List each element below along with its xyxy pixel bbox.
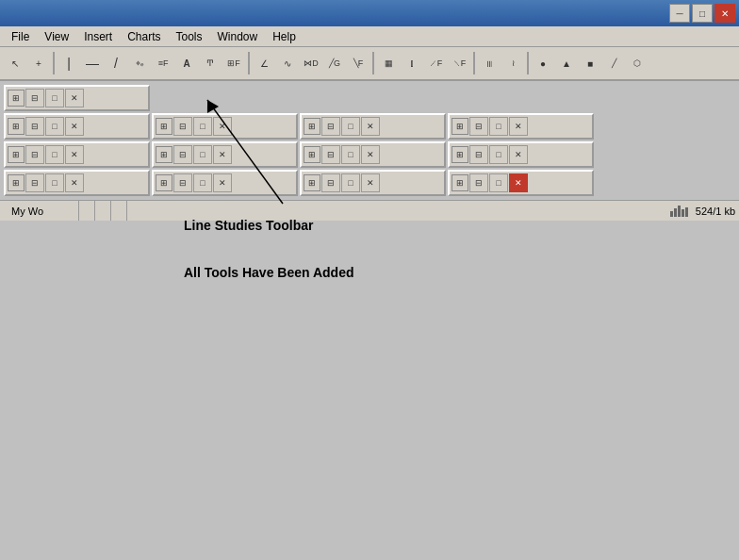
mini-win-max-4-4[interactable]: □ [489,173,508,192]
mini-win-restore-4-4[interactable]: ⊟ [469,173,488,192]
mini-win-close-2-1[interactable]: ✕ [65,117,84,136]
menu-view[interactable]: View [37,28,76,45]
wave-btn[interactable]: ∿ [276,51,299,75]
tool-fan-btn[interactable]: ╱G [323,51,346,75]
toolbar-sep-5 [527,52,529,74]
mini-win-restore-2-1[interactable]: ⊟ [25,117,44,136]
mini-win-max-3-1[interactable]: □ [45,145,64,164]
mini-win-max-2-2[interactable]: □ [193,117,212,136]
cursor-tool-btn[interactable]: ↖ [4,51,26,75]
line-studies-label: Line Studies Toolbar [184,218,313,233]
mini-win-restore-3-1[interactable]: ⊟ [25,145,44,164]
mini-win-max-4-3[interactable]: □ [341,173,360,192]
mini-win-close-3-3[interactable]: ✕ [361,145,380,164]
tool-bars-btn[interactable]: ⫼ [478,51,501,75]
trend-line-btn[interactable]: / [105,51,127,75]
title-bar-controls: ─ □ ✕ [669,4,735,23]
mini-window-row-4: ⊞ ⊟ □ ✕ ⊞ ⊟ □ ✕ ⊞ ⊟ □ ✕ ⊞ ⊟ □ ✕ [4,170,735,196]
mini-win-icon-1: ⊞ [8,90,25,107]
tool-fp-btn[interactable]: ⊞F [222,51,245,75]
tool-diag-btn[interactable]: ╱ [602,51,625,75]
mini-win-close-3-4[interactable]: ✕ [509,145,528,164]
mini-win-restore-2-4[interactable]: ⊟ [469,117,488,136]
mini-win-max-3-3[interactable]: □ [341,145,360,164]
rectangle-btn[interactable]: ■ [579,51,601,75]
menu-window[interactable]: Window [210,28,266,45]
mini-win-restore-4-3[interactable]: ⊟ [321,173,340,192]
tool-grid-btn[interactable]: ▦ [377,51,400,75]
mini-win-close-active-btn[interactable]: ✕ [509,173,528,192]
mini-window-row-1: ⊞ ⊟ □ ✕ [4,85,735,111]
horizontal-line-btn[interactable]: — [81,51,104,75]
tool-diag2-btn[interactable]: ⟍F [448,51,470,75]
mini-window-2-1: ⊞ ⊟ □ ✕ [4,113,150,140]
tool-diag1-btn[interactable]: ⟋F [424,51,447,75]
status-right: 524/1 kb [670,206,735,217]
mini-win-close-2-3[interactable]: ✕ [361,117,380,136]
mini-window-1-1: ⊞ ⊟ □ ✕ [4,85,150,111]
mini-win-max-1[interactable]: □ [45,89,64,107]
menu-help[interactable]: Help [265,28,304,45]
mini-win-close-2-2[interactable]: ✕ [213,117,232,136]
mini-win-restore-2-2[interactable]: ⊟ [173,117,192,136]
tool-arc-btn[interactable]: ╲F [347,51,370,75]
tool-e-btn[interactable]: ⌖ₑ [128,51,151,75]
mini-win-close-4-3[interactable]: ✕ [361,173,380,192]
minimize-button[interactable]: ─ [669,4,690,23]
mini-win-icon-4-1: ⊞ [8,174,25,191]
close-button[interactable]: ✕ [714,4,735,23]
toolbar-sep-4 [473,52,475,74]
mini-window-3-1: ⊞ ⊟ □ ✕ [4,141,150,168]
maximize-button[interactable]: □ [692,4,713,23]
mini-win-max-3-2[interactable]: □ [193,145,212,164]
mini-win-close-4-1[interactable]: ✕ [65,173,84,192]
angle-btn[interactable]: ∠ [253,51,275,75]
mini-win-restore-4-1[interactable]: ⊟ [25,173,44,192]
mini-win-close-4-2[interactable]: ✕ [213,173,232,192]
mini-win-restore-3-3[interactable]: ⊟ [321,145,340,164]
tool-wave2-btn[interactable]: ≀ [501,51,524,75]
menu-tools[interactable]: Tools [169,28,210,45]
tool-fib-btn[interactable]: ⋈D [300,51,322,75]
mini-window-row-2: ⊞ ⊟ □ ✕ ⊞ ⊟ □ ✕ ⊞ ⊟ □ ✕ ⊞ ⊟ □ ✕ [4,113,735,140]
toolbar-sep-1 [53,52,55,74]
vertical-line-btn[interactable]: | [57,51,80,75]
mini-win-icon-4-2: ⊞ [156,174,172,191]
menu-charts[interactable]: Charts [120,28,168,45]
mini-window-4-3: ⊞ ⊟ □ ✕ [300,170,446,196]
menu-bar: File View Insert Charts Tools Window Hel… [0,26,739,47]
tool-vert-btn[interactable]: ⫿ [401,51,423,75]
chart-bars-icon [670,206,688,217]
mini-window-2-3: ⊞ ⊟ □ ✕ [300,113,446,140]
all-tools-label: All Tools Have Been Added [184,265,353,280]
mini-win-close-3-1[interactable]: ✕ [65,145,84,164]
mini-win-close-2-4[interactable]: ✕ [509,117,528,136]
tool-extra-btn[interactable]: ⬡ [626,51,649,75]
mini-win-restore-3-4[interactable]: ⊟ [469,145,488,164]
mini-win-restore-1[interactable]: ⊟ [25,89,44,107]
mini-win-icon-3-4: ⊞ [452,146,468,163]
mini-win-max-4-1[interactable]: □ [45,173,64,192]
mini-win-max-4-2[interactable]: □ [193,173,212,192]
text-btn[interactable]: A [175,51,198,75]
mini-win-icon-3-1: ⊞ [8,146,25,163]
mini-win-max-2-1[interactable]: □ [45,117,64,136]
menu-insert[interactable]: Insert [76,28,120,45]
bar-seg-5 [685,207,688,217]
mini-win-restore-3-2[interactable]: ⊟ [173,145,192,164]
mini-win-max-3-4[interactable]: □ [489,145,508,164]
mini-win-close-1[interactable]: ✕ [65,89,84,107]
triangle-btn[interactable]: ▲ [555,51,578,75]
tool-t-btn[interactable]: Ͳ [199,51,222,75]
menu-file[interactable]: File [4,28,37,45]
mini-win-max-2-4[interactable]: □ [489,117,508,136]
mini-win-max-2-3[interactable]: □ [341,117,360,136]
mini-win-restore-4-2[interactable]: ⊟ [173,173,192,192]
ellipse-btn[interactable]: ● [532,51,554,75]
mini-win-icon-2-4: ⊞ [452,118,468,135]
tool-f-btn[interactable]: ≡F [152,51,174,75]
mini-win-restore-2-3[interactable]: ⊟ [321,117,340,136]
mini-window-4-1: ⊞ ⊟ □ ✕ [4,170,150,196]
crosshair-tool-btn[interactable]: + [27,51,50,75]
mini-win-close-3-2[interactable]: ✕ [213,145,232,164]
